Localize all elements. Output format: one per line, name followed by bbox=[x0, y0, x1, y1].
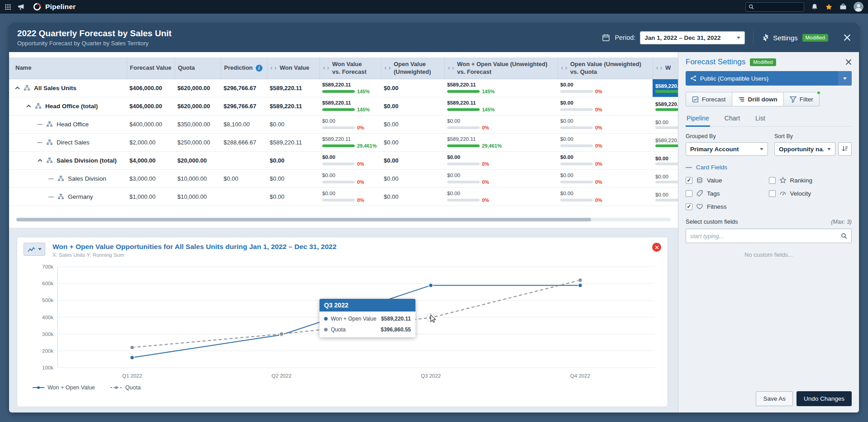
table-row[interactable]: Sales Division (total)$4,000.00$20,000.0… bbox=[9, 152, 678, 170]
column-header-won-value[interactable]: Won Valuevs. Forecast bbox=[320, 58, 381, 79]
scrollbar-thumb[interactable] bbox=[16, 218, 591, 221]
card-field-velocity[interactable]: Velocity bbox=[769, 190, 852, 197]
briefcase-icon[interactable] bbox=[839, 3, 847, 10]
card-fields-header[interactable]: Card Fields bbox=[686, 164, 852, 171]
subtab-chart[interactable]: Chart bbox=[724, 112, 741, 126]
grouped-by-dropdown[interactable]: Primary Account bbox=[686, 142, 768, 156]
checkbox[interactable] bbox=[769, 177, 776, 184]
collapse-toggle-icon[interactable] bbox=[26, 105, 31, 108]
checkbox[interactable]: ✓ bbox=[686, 203, 692, 210]
card-field-ranking[interactable]: Ranking bbox=[769, 177, 852, 184]
save-as-button[interactable]: Save As bbox=[756, 391, 793, 406]
table-row[interactable]: All Sales Units$406,000.00$620,000.00$29… bbox=[9, 79, 678, 97]
panel-close-button[interactable] bbox=[844, 34, 851, 41]
cell-w: $0.00 bbox=[653, 152, 678, 169]
column-move-icon[interactable] bbox=[270, 66, 277, 70]
cell-prediction bbox=[221, 188, 267, 206]
table-row[interactable]: Head Office$400,000.00$350,000.00$8,100.… bbox=[9, 115, 678, 134]
progress-track bbox=[447, 144, 480, 147]
cell-prediction: $296,766.67 bbox=[221, 97, 267, 115]
sort-order-button[interactable] bbox=[838, 142, 852, 156]
column-header-forecast-value[interactable]: Forecast Value bbox=[127, 58, 175, 79]
table-row[interactable]: Sales Division$3,000.00$10,000.00$0.00$0… bbox=[9, 170, 678, 188]
column-header-w[interactable]: W bbox=[653, 58, 678, 79]
chart-close-button[interactable] bbox=[652, 243, 661, 252]
megaphone-icon[interactable] bbox=[17, 3, 25, 11]
bell-icon[interactable] bbox=[811, 3, 818, 10]
tab-forecast[interactable]: Forecast bbox=[686, 92, 732, 106]
custom-fields-input[interactable] bbox=[690, 233, 841, 240]
undo-changes-button[interactable]: Undo Changes bbox=[796, 391, 852, 406]
sort-by-value: Opportunity na... bbox=[779, 146, 824, 153]
chart-type-button[interactable] bbox=[24, 243, 45, 256]
card-field-tags[interactable]: Tags bbox=[686, 190, 769, 197]
collapse-toggle-icon[interactable] bbox=[37, 159, 43, 162]
svg-text:Q3 2022: Q3 2022 bbox=[421, 373, 441, 379]
search-icon[interactable] bbox=[841, 233, 847, 239]
favorites-star-icon[interactable] bbox=[825, 3, 833, 11]
table-row[interactable]: Head Office (total)$406,000.00$620,000.0… bbox=[9, 97, 678, 115]
progress-percent: 0% bbox=[595, 161, 602, 167]
table-row[interactable]: Direct Sales$2,000.00$250,000.00$288,666… bbox=[9, 134, 678, 152]
cell-won-value: $0.00 bbox=[267, 152, 320, 169]
cell-w: $589,220.11 bbox=[653, 134, 678, 151]
row-name: Head Office bbox=[57, 121, 89, 128]
settings-label: Settings bbox=[773, 34, 797, 42]
tab-filter[interactable]: Filter bbox=[784, 92, 820, 106]
checkbox[interactable] bbox=[686, 190, 692, 197]
sidebar-title: Forecast Settings bbox=[686, 58, 745, 67]
column-move-icon[interactable] bbox=[561, 66, 568, 70]
column-move-icon[interactable] bbox=[384, 66, 391, 70]
svg-text:600k: 600k bbox=[42, 281, 53, 286]
table-row[interactable]: Germany$1,000.00$10,000.00$0.00$0.000%$0… bbox=[9, 188, 678, 206]
subtab-list[interactable]: List bbox=[754, 112, 766, 126]
legend-item[interactable]: Won + Open Value bbox=[33, 384, 95, 391]
checkbox[interactable]: ✓ bbox=[686, 177, 692, 184]
global-search-input[interactable] bbox=[756, 4, 801, 10]
active-filter-dot-icon bbox=[816, 91, 821, 95]
legend-item[interactable]: Quota bbox=[110, 384, 141, 391]
column-header-won-open-value-unweighted[interactable]: Won + Open Value (Unweighted)vs. Forecas… bbox=[444, 58, 558, 79]
ranking-icon bbox=[779, 177, 787, 184]
subtab-pipeline[interactable]: Pipeline bbox=[686, 112, 710, 127]
column-header-prediction[interactable]: Predictioni bbox=[221, 58, 267, 79]
period-dropdown[interactable]: Jan 1, 2022 – Dec 31, 2022 bbox=[640, 31, 745, 44]
sidebar-subtabs: PipelineChartList bbox=[686, 112, 852, 127]
column-header-open-value[interactable]: Open Value(Unweighted) bbox=[381, 58, 444, 79]
cell-won-value: $0.00 bbox=[267, 170, 320, 187]
chart-title: Won + Open Value Opportunities for All S… bbox=[52, 243, 337, 251]
visibility-caret[interactable] bbox=[838, 71, 852, 86]
custom-fields-search[interactable] bbox=[686, 229, 852, 243]
progress-track bbox=[322, 126, 355, 129]
info-icon[interactable]: i bbox=[256, 65, 262, 72]
column-header-name[interactable]: Name bbox=[9, 58, 127, 79]
sales-unit-icon bbox=[24, 85, 30, 91]
settings-button[interactable]: Settings bbox=[762, 34, 797, 42]
leaf-dash-icon bbox=[37, 142, 43, 143]
apps-grid-icon[interactable] bbox=[5, 4, 11, 10]
progress-track bbox=[655, 126, 678, 129]
column-header-won-value[interactable]: Won Value bbox=[267, 58, 320, 79]
column-header-open-value-unweighted[interactable]: Open Value (Unweighted)vs. Quota bbox=[558, 58, 653, 79]
column-move-icon[interactable] bbox=[448, 66, 454, 70]
progress-percent: 0% bbox=[595, 107, 602, 112]
brand[interactable]: Pipeliner bbox=[33, 2, 76, 11]
checkbox[interactable] bbox=[769, 190, 776, 197]
progress-percent: 145% bbox=[482, 89, 495, 94]
sidebar-close-button[interactable] bbox=[845, 59, 852, 65]
table-hscrollbar[interactable] bbox=[16, 218, 671, 221]
progress-track bbox=[447, 90, 480, 93]
column-move-icon[interactable] bbox=[323, 66, 329, 70]
collapse-toggle-icon[interactable] bbox=[14, 86, 20, 90]
sort-by-dropdown[interactable]: Opportunity na... bbox=[774, 142, 835, 156]
user-avatar[interactable] bbox=[854, 2, 863, 12]
card-field-value[interactable]: ✓Value bbox=[686, 177, 769, 184]
global-search[interactable] bbox=[745, 2, 804, 12]
svg-text:Q1 2022: Q1 2022 bbox=[122, 373, 142, 379]
visibility-bar[interactable]: Public (Compatible Users) bbox=[686, 71, 852, 86]
card-field-fitness[interactable]: ✓Fitness bbox=[686, 203, 769, 210]
column-move-icon[interactable] bbox=[656, 66, 663, 70]
tab-drill-down[interactable]: Drill down bbox=[732, 92, 784, 106]
progress-percent: 0% bbox=[482, 179, 489, 185]
column-header-quota[interactable]: Quota bbox=[175, 58, 221, 79]
